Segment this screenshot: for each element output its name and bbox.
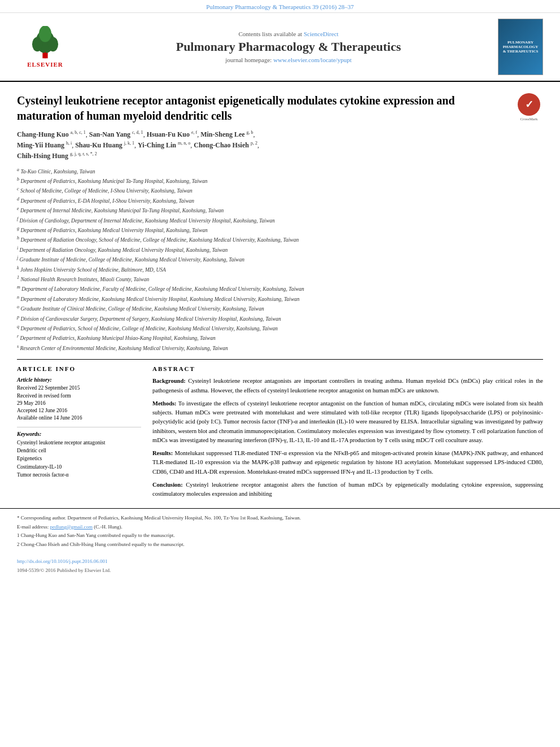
affil-f: f Division of Cardiology, Department of …: [17, 216, 543, 225]
keyword-2: Dendritic cell: [17, 447, 141, 455]
abstract-title: ABSTRACT: [152, 365, 543, 372]
email-link[interactable]: pedlung@gmail.com: [50, 524, 93, 530]
affil-e: e Department of Internal Medicine, Kaohs…: [17, 206, 543, 215]
affil-g: g Department of Pediatrics, Kaohsiung Me…: [17, 225, 543, 234]
keyword-3: Epigenetics: [17, 455, 141, 462]
author-hsuan-fu: Hsuan-Fu Kuo e, f,: [147, 130, 201, 138]
svg-point-4: [39, 26, 51, 42]
footnote-2: 2 Chong-Chao Hsieh and Chih-Hsing Hung c…: [17, 541, 543, 549]
background-text: Cysteinyl leukotriene receptor antagonis…: [152, 378, 543, 393]
background-label: Background:: [152, 378, 186, 384]
keyword-4: Costimulatory-IL-10: [17, 463, 141, 471]
footer-copyright: 1094-5539/© 2016 Published by Elsevier L…: [0, 567, 560, 579]
article-info-column: ARTICLE INFO Article history: Received 2…: [17, 365, 141, 503]
author-san-nan: San-Nan Yang c, d, 1,: [89, 130, 147, 138]
revised-date: 29 May 2016: [17, 400, 141, 407]
revised-label: Received in revised form: [17, 392, 141, 400]
article-title-section: Cysteinyl leukotriene receptor antagonis…: [17, 93, 543, 124]
keywords-section: Keywords: Cysteinyl leukotriene receptor…: [17, 431, 141, 479]
homepage-link[interactable]: www.elsevier.com/locate/ypupt: [273, 56, 352, 63]
authors-line: Chang-Hung Kuo a, b, c, 1, San-Nan Yang …: [17, 129, 543, 162]
footnote-1: 1 Chang-Hung Kuo and San-Nan Yang contri…: [17, 532, 543, 540]
results-text: Montelukast suppressed TLR-mediated TNF-…: [152, 450, 543, 475]
author-chih-hsing: Chih-Hsing Hung g, j, q, r, s, *, 2: [17, 152, 97, 160]
email-note: (C.-H. Hung).: [94, 524, 123, 530]
abstract-conclusion: Conclusion: Cysteinyl leukotriene recept…: [152, 480, 543, 499]
affil-h: h Department of Radiation Oncology, Scho…: [17, 235, 543, 244]
abstract-results: Results: Montelukast suppressed TLR-medi…: [152, 449, 543, 477]
abstract-background: Background: Cysteinyl leukotriene recept…: [152, 377, 543, 395]
section-divider: [17, 359, 543, 360]
journal-citation: Pulmonary Pharmacology & Therapeutics 39…: [206, 3, 353, 10]
affil-b: b Department of Pediatrics, Kaohsiung Mu…: [17, 176, 543, 185]
keyword-1: Cysteinyl leukotriene receptor antagonis…: [17, 439, 141, 447]
affil-1: 1 National Health Research Institutes, M…: [17, 274, 543, 283]
accepted-date: Accepted 12 June 2016: [17, 407, 141, 414]
affil-j: j Graduate Institute of Medicine, Colleg…: [17, 255, 543, 264]
publisher-logo: ELSEVIER: [11, 26, 79, 68]
article-info-title: ARTICLE INFO: [17, 365, 141, 372]
crossmark-label: CrossMark: [520, 117, 537, 121]
affil-n: n Department of Laboratory Medicine, Kao…: [17, 294, 543, 303]
article-title: Cysteinyl leukotriene receptor antagonis…: [17, 93, 509, 124]
elsevier-tree-icon: [25, 26, 65, 60]
contents-available-line: Contents lists available at ScienceDirec…: [79, 30, 498, 37]
article-main: Cysteinyl leukotriene receptor antagonis…: [0, 82, 560, 508]
affil-s: s Research Center of Environmental Medic…: [17, 343, 543, 352]
author-ming-yii: Ming-Yii Huang h, i,: [17, 141, 75, 149]
keywords-label: Keywords:: [17, 431, 141, 437]
affil-o: o Graduate Institute of Clinical Medicin…: [17, 304, 543, 313]
footer-doi: http://dx.doi.org/10.1016/j.pupt.2016.06…: [0, 555, 560, 567]
info-divider: [17, 427, 141, 427]
top-bar: Pulmonary Pharmacology & Therapeutics 39…: [0, 0, 560, 13]
affil-m: m Department of Laboratory Medicine, Fac…: [17, 284, 543, 293]
affil-c: c School of Medicine, College of Medicin…: [17, 186, 543, 195]
elsevier-logo: ELSEVIER: [25, 26, 65, 68]
abstract-column: ABSTRACT Background: Cysteinyl leukotrie…: [152, 365, 543, 503]
results-label: Results:: [152, 450, 173, 456]
elsevier-label: ELSEVIER: [27, 61, 63, 68]
conclusion-text: Cysteinyl leukotriene receptor antagonis…: [152, 482, 543, 497]
received-date: Received 22 September 2015: [17, 385, 141, 392]
email-line: E-mail address: pedlung@gmail.com (C.-H.…: [17, 523, 543, 531]
journal-info-center: Contents lists available at ScienceDirec…: [79, 30, 498, 63]
author-min-sheng: Min-Sheng Lee g, b,: [200, 130, 255, 138]
doi-link[interactable]: http://dx.doi.org/10.1016/j.pupt.2016.06…: [17, 558, 108, 564]
affil-q: q Department of Pediatrics, School of Me…: [17, 324, 543, 333]
affil-k: k Johns Hopkins University School of Med…: [17, 265, 543, 274]
affil-r: r Department of Pediatrics, Kaohsiung Mu…: [17, 333, 543, 342]
journal-cover: PULMONARYPHARMACOLOGY& THERAPEUTICS: [498, 19, 549, 75]
conclusion-label: Conclusion:: [152, 482, 183, 488]
affil-p: p Division of Cardiovascular Surgery, De…: [17, 314, 543, 323]
author-chong-chao: Chong-Chao Hsieh p, 2,: [194, 141, 259, 149]
affil-d: d Department of Pediatrics, E-DA Hospita…: [17, 196, 543, 205]
corresponding-note: * Corresponding author. Department of Pe…: [17, 514, 543, 522]
affil-a: a Ta-Kuo Clinic, Kaohsiung, Taiwan: [17, 167, 543, 176]
author-chang-hung: Chang-Hung Kuo a, b, c, 1,: [17, 130, 89, 138]
methods-label: Methods:: [152, 400, 177, 407]
author-yi-ching: Yi-Ching Lin m, n, o,: [138, 141, 194, 149]
affil-i: i Department of Radiation Oncology, Kaoh…: [17, 245, 543, 254]
sciencedirect-link[interactable]: ScienceDirect: [304, 30, 339, 37]
author-shau-ku: Shau-Ku Huang j, k, 1,: [75, 141, 138, 149]
two-column-layout: ARTICLE INFO Article history: Received 2…: [17, 365, 543, 503]
journal-cover-image: PULMONARYPHARMACOLOGY& THERAPEUTICS: [498, 19, 543, 75]
journal-header: ELSEVIER Contents lists available at Sci…: [0, 13, 560, 82]
footer-notes: * Corresponding author. Department of Pe…: [0, 508, 560, 555]
journal-title: Pulmonary Pharmacology & Therapeutics: [79, 40, 498, 54]
abstract-methods: Methods: To investigate the effects of c…: [152, 399, 543, 445]
online-date: Available online 14 June 2016: [17, 414, 141, 422]
crossmark-icon[interactable]: ✓: [518, 93, 540, 116]
article-history: Article history: Received 22 September 2…: [17, 377, 141, 422]
affiliations: a Ta-Kuo Clinic, Kaohsiung, Taiwan b Dep…: [17, 167, 543, 353]
journal-homepage: journal homepage: www.elsevier.com/locat…: [79, 56, 498, 63]
crossmark-badge-area[interactable]: ✓ CrossMark: [515, 93, 543, 121]
methods-text: To investigate the effects of cysteinyl …: [152, 400, 543, 443]
email-label: E-mail address:: [17, 524, 49, 530]
keyword-5: Tumor necrosis factor-α: [17, 471, 141, 479]
article-history-label: Article history:: [17, 377, 141, 383]
